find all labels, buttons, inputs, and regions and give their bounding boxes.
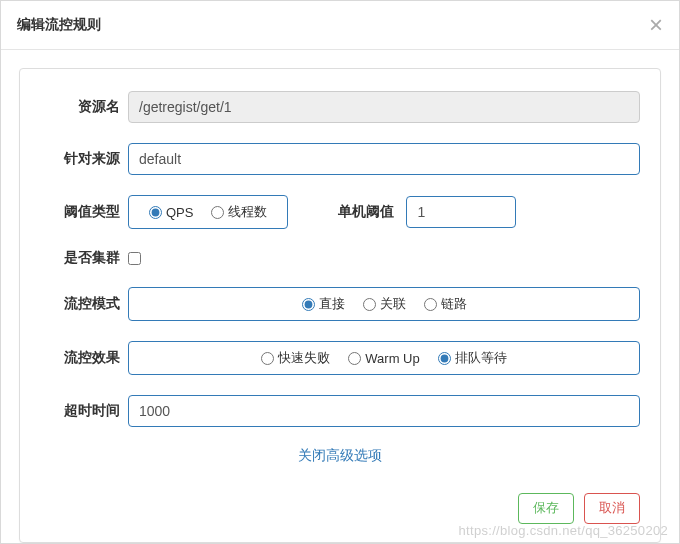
single-threshold-input[interactable] [406,196,516,228]
radio-chain[interactable]: 链路 [424,295,467,313]
radio-fail[interactable]: 快速失败 [261,349,330,367]
save-button[interactable]: 保存 [518,493,574,524]
row-mode: 流控模式 直接 关联 链路 [40,287,640,321]
radio-direct-input[interactable] [302,298,315,311]
cluster-checkbox[interactable] [128,252,141,265]
row-source: 针对来源 [40,143,640,175]
radio-thread-label: 线程数 [228,203,267,221]
label-timeout: 超时时间 [40,402,128,420]
radio-queue-label: 排队等待 [455,349,507,367]
resource-input [128,91,640,123]
radio-fail-input[interactable] [261,352,274,365]
radio-chain-label: 链路 [441,295,467,313]
label-resource: 资源名 [40,98,128,116]
radio-queue-input[interactable] [438,352,451,365]
radio-thread[interactable]: 线程数 [211,203,267,221]
radio-relate[interactable]: 关联 [363,295,406,313]
radio-fail-label: 快速失败 [278,349,330,367]
label-threshold-type: 阈值类型 [40,203,128,221]
cancel-button[interactable]: 取消 [584,493,640,524]
modal-header: 编辑流控规则 × [1,1,679,50]
radio-thread-input[interactable] [211,206,224,219]
cluster-checkbox-wrap[interactable] [128,252,141,265]
radio-qps-label: QPS [166,205,193,220]
toggle-advanced-link[interactable]: 关闭高级选项 [40,447,640,465]
row-effect: 流控效果 快速失败 Warm Up 排队等待 [40,341,640,375]
row-resource: 资源名 [40,91,640,123]
radio-relate-label: 关联 [380,295,406,313]
radio-relate-input[interactable] [363,298,376,311]
radio-queue[interactable]: 排队等待 [438,349,507,367]
label-single-threshold: 单机阈值 [338,203,394,221]
radio-direct-label: 直接 [319,295,345,313]
label-cluster: 是否集群 [40,249,128,267]
label-effect: 流控效果 [40,349,128,367]
effect-group: 快速失败 Warm Up 排队等待 [128,341,640,375]
modal-body: 资源名 针对来源 阈值类型 QPS [1,50,679,543]
label-source: 针对来源 [40,150,128,168]
row-cluster: 是否集群 [40,249,640,267]
radio-warmup-input[interactable] [348,352,361,365]
row-timeout: 超时时间 [40,395,640,427]
form-panel: 资源名 针对来源 阈值类型 QPS [19,68,661,543]
radio-warmup[interactable]: Warm Up [348,351,419,366]
threshold-type-group: QPS 线程数 [128,195,288,229]
footer-actions: 保存 取消 [40,493,640,524]
edit-flow-rule-modal: 编辑流控规则 × 资源名 针对来源 阈值类型 [0,0,680,544]
source-input[interactable] [128,143,640,175]
radio-qps[interactable]: QPS [149,205,193,220]
radio-direct[interactable]: 直接 [302,295,345,313]
timeout-input[interactable] [128,395,640,427]
label-mode: 流控模式 [40,295,128,313]
mode-group: 直接 关联 链路 [128,287,640,321]
modal-title: 编辑流控规则 [17,16,101,34]
radio-chain-input[interactable] [424,298,437,311]
radio-qps-input[interactable] [149,206,162,219]
close-icon[interactable]: × [649,13,663,37]
row-threshold: 阈值类型 QPS 线程数 单机阈值 [40,195,640,229]
radio-warmup-label: Warm Up [365,351,419,366]
